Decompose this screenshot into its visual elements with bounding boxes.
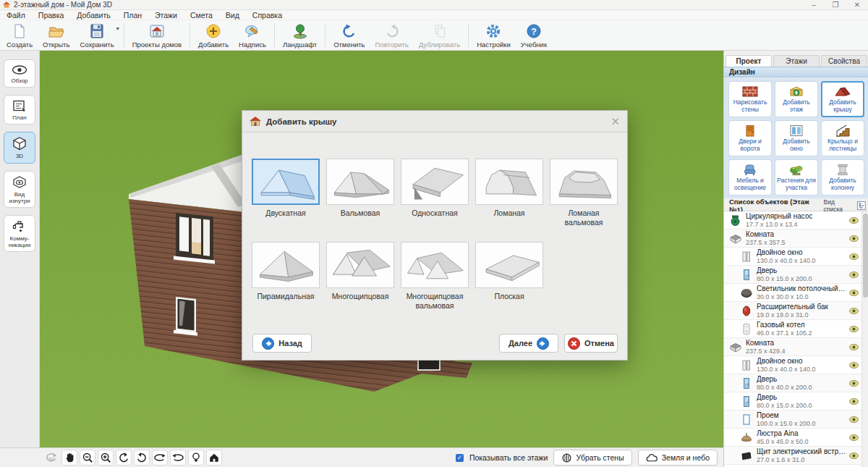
orbit-left-button[interactable] bbox=[152, 450, 168, 466]
cancel-button[interactable]: Отмена bbox=[564, 334, 618, 353]
remove-walls-button[interactable]: Убрать стены bbox=[553, 450, 631, 466]
add-window-button[interactable]: Добавить окно bbox=[775, 120, 818, 156]
object-row[interactable]: Расширительный бак19.0 x 19.0 x 31.0 bbox=[724, 302, 868, 320]
draw-walls-button[interactable]: Нарисовать стены bbox=[728, 81, 772, 117]
tab-floors[interactable]: Этажи bbox=[773, 55, 820, 67]
maximize-button[interactable]: ❐ bbox=[825, 0, 846, 10]
visibility-eye-icon[interactable] bbox=[849, 235, 859, 242]
tutorial-button[interactable]: ? Учебник bbox=[516, 21, 552, 49]
visibility-eye-icon[interactable] bbox=[849, 253, 859, 260]
object-row[interactable]: Комната237.5 x 429.4 bbox=[724, 338, 868, 356]
duplicate-button[interactable]: Дублировать bbox=[414, 21, 465, 49]
object-row[interactable]: Циркулярный насос17.7 x 13.0 x 13.4 bbox=[724, 211, 868, 230]
rotate-left-button[interactable] bbox=[116, 450, 132, 466]
sidebar-item-3d[interactable]: 3D bbox=[4, 132, 35, 163]
visibility-eye-icon[interactable] bbox=[849, 290, 859, 296]
visibility-eye-icon[interactable] bbox=[849, 380, 859, 387]
rotate-360-button[interactable]: 360 bbox=[43, 450, 59, 466]
object-row[interactable]: Двойное окно130.0 x 40.0 x 140.0 bbox=[724, 356, 868, 374]
new-button[interactable]: Создать bbox=[1, 21, 38, 49]
dialog-close-icon[interactable]: ✕ bbox=[610, 116, 620, 127]
rotate-right-button[interactable] bbox=[134, 450, 150, 466]
visibility-eye-icon[interactable] bbox=[849, 326, 859, 332]
roof-flat-icon bbox=[477, 244, 542, 286]
object-row[interactable]: Щит электрический встраивае...27.0 x 1.6… bbox=[724, 447, 868, 465]
close-button[interactable]: ✕ bbox=[846, 0, 868, 10]
roof-option-multi-gable[interactable] bbox=[326, 242, 394, 288]
text-label-button[interactable]: Надпись bbox=[234, 21, 271, 49]
menu-edit[interactable]: Правка bbox=[32, 10, 70, 20]
lighting-button[interactable] bbox=[188, 450, 204, 466]
tab-project[interactable]: Проект bbox=[726, 55, 772, 67]
object-row[interactable]: Люстра Aina45.0 x 45.0 x 50.0 bbox=[724, 429, 868, 447]
settings-button[interactable]: Настройки bbox=[472, 21, 516, 49]
visibility-eye-icon[interactable] bbox=[849, 272, 859, 278]
landscape-button[interactable]: Ландшафт bbox=[278, 21, 322, 49]
menu-file[interactable]: Файл bbox=[0, 10, 32, 20]
roof-option-multi-gable-hip[interactable] bbox=[401, 242, 469, 288]
object-row[interactable]: Дверь80.0 x 15.0 x 200.0 bbox=[724, 392, 868, 411]
menu-plan[interactable]: План bbox=[117, 10, 148, 20]
object-row[interactable]: Дверь80.0 x 15.0 x 200.0 bbox=[724, 266, 868, 284]
roof-option-pyramid[interactable] bbox=[252, 242, 320, 288]
visibility-eye-icon[interactable] bbox=[849, 217, 859, 224]
plants-button[interactable]: Растения для участка bbox=[775, 159, 818, 195]
menu-view[interactable]: Вид bbox=[219, 10, 246, 20]
pan-button[interactable] bbox=[61, 450, 77, 466]
object-row[interactable]: Комната237.5 x 357.5 bbox=[724, 230, 868, 248]
open-button[interactable]: Открыть bbox=[38, 21, 75, 49]
roof-option-gable[interactable] bbox=[252, 159, 320, 205]
add-roof-button[interactable]: Добавить крышу bbox=[821, 81, 864, 117]
object-row[interactable]: Дверь80.0 x 40.0 x 200.0 bbox=[724, 374, 868, 392]
visibility-eye-icon[interactable] bbox=[849, 362, 859, 369]
save-button[interactable]: Сохранить bbox=[75, 21, 119, 49]
object-row[interactable]: Двойное окно130.0 x 40.0 x 140.0 bbox=[724, 248, 868, 266]
visibility-eye-icon[interactable] bbox=[849, 308, 859, 314]
3d-viewport[interactable]: Добавить крышу ✕ Двускатная bbox=[40, 51, 723, 447]
minimize-button[interactable]: – bbox=[803, 0, 825, 10]
sidebar-item-inside-view[interactable]: Вид изнутри bbox=[4, 171, 35, 208]
redo-button[interactable]: Повторить bbox=[370, 21, 414, 49]
visibility-eye-icon[interactable] bbox=[849, 344, 859, 350]
visibility-eye-icon[interactable] bbox=[849, 398, 859, 405]
orbit-right-button[interactable] bbox=[170, 450, 186, 466]
save-dropdown-arrow[interactable]: ▾ bbox=[116, 21, 119, 49]
ground-sky-button[interactable]: Земля и небо bbox=[638, 450, 718, 466]
objects-scrollbar[interactable] bbox=[861, 211, 868, 467]
roof-option-hip[interactable] bbox=[326, 159, 394, 205]
home-view-button[interactable] bbox=[206, 450, 222, 466]
next-button[interactable]: Далее bbox=[499, 334, 558, 353]
menu-add[interactable]: Добавить bbox=[70, 10, 116, 20]
sidebar-item-overview[interactable]: Обзор bbox=[4, 59, 35, 88]
scrollbar-thumb[interactable] bbox=[863, 214, 868, 298]
roof-option-gambrel[interactable] bbox=[475, 159, 543, 205]
porch-stairs-button[interactable]: Крыльцо и лестницы bbox=[821, 120, 864, 156]
visibility-eye-icon[interactable] bbox=[849, 434, 859, 441]
roof-option-gambrel-hip[interactable] bbox=[550, 159, 618, 205]
object-row[interactable]: Проем100.0 x 15.0 x 200.0 bbox=[724, 411, 868, 429]
doors-gates-button[interactable]: Двери и ворота bbox=[728, 120, 772, 156]
tab-properties[interactable]: Свойства bbox=[821, 55, 867, 67]
sidebar-item-plan[interactable]: План bbox=[4, 95, 35, 125]
add-column-button[interactable]: Добавить колонну bbox=[821, 159, 864, 195]
roof-option-shed[interactable] bbox=[401, 159, 469, 205]
zoom-out-button[interactable] bbox=[80, 450, 95, 466]
zoom-in-button[interactable] bbox=[98, 450, 114, 466]
object-row[interactable]: Газовый котел46.0 x 37.1 x 105.2 bbox=[724, 320, 868, 338]
furniture-lighting-button[interactable]: Мебель и освещение bbox=[728, 159, 772, 195]
add-floor-button[interactable]: Добавить этаж bbox=[775, 81, 818, 117]
undo-button[interactable]: Отменить bbox=[328, 21, 370, 49]
add-button[interactable]: Добавить bbox=[193, 21, 234, 49]
object-row[interactable]: Светильник потолочный Cerchi30.0 x 30.0 … bbox=[724, 284, 868, 302]
menu-estimate[interactable]: Смета bbox=[184, 10, 219, 20]
roof-option-flat[interactable] bbox=[475, 242, 543, 288]
sidebar-item-communications[interactable]: Комму- никации bbox=[4, 215, 35, 252]
show-all-floors-checkbox[interactable]: ✓ bbox=[456, 454, 464, 462]
menu-help[interactable]: Справка bbox=[246, 10, 289, 20]
back-button[interactable]: Назад bbox=[252, 334, 312, 353]
house-projects-button[interactable]: Проекты домов bbox=[127, 21, 187, 49]
menu-floors[interactable]: Этажи bbox=[148, 10, 184, 20]
list-view-mode-button[interactable]: Вид списка bbox=[824, 198, 866, 213]
visibility-eye-icon[interactable] bbox=[849, 416, 859, 423]
visibility-eye-icon[interactable] bbox=[849, 453, 859, 459]
